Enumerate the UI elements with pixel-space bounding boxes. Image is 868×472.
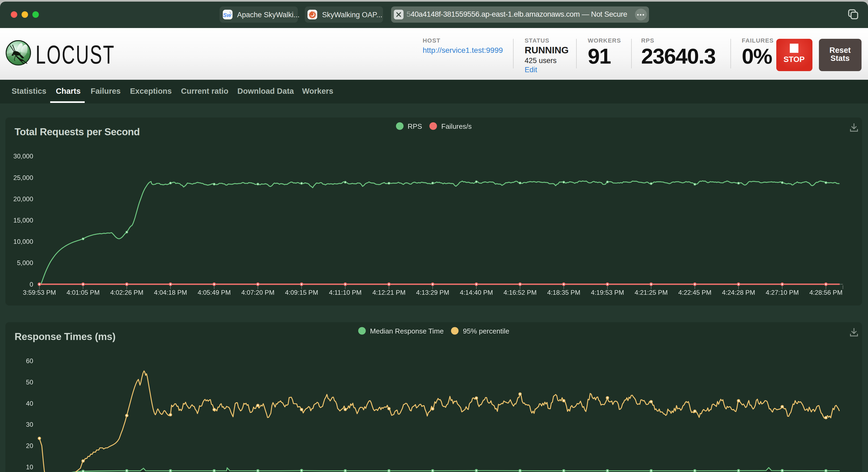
svg-text:4:12:21 PM: 4:12:21 PM bbox=[372, 289, 406, 296]
svg-text:0: 0 bbox=[30, 281, 33, 288]
svg-text:4:27:10 PM: 4:27:10 PM bbox=[766, 289, 799, 296]
svg-text:4:01:05 PM: 4:01:05 PM bbox=[67, 289, 100, 296]
svg-text:30,000: 30,000 bbox=[13, 153, 33, 160]
svg-text:4:07:20 PM: 4:07:20 PM bbox=[241, 289, 275, 296]
svg-text:4:28:56 PM: 4:28:56 PM bbox=[809, 289, 843, 296]
svg-text:40: 40 bbox=[26, 400, 33, 407]
svg-text:4:22:45 PM: 4:22:45 PM bbox=[678, 289, 712, 296]
svg-text:4:21:25 PM: 4:21:25 PM bbox=[635, 289, 668, 296]
svg-text:60: 60 bbox=[26, 357, 33, 365]
svg-text:25,000: 25,000 bbox=[13, 174, 33, 181]
svg-text:4:19:53 PM: 4:19:53 PM bbox=[591, 289, 624, 296]
svg-text:15,000: 15,000 bbox=[13, 216, 33, 224]
svg-text:10: 10 bbox=[26, 463, 33, 471]
svg-text:4:11:10 PM: 4:11:10 PM bbox=[329, 289, 362, 296]
svg-text:4:04:18 PM: 4:04:18 PM bbox=[154, 289, 187, 296]
svg-text:5,000: 5,000 bbox=[17, 259, 33, 266]
svg-text:20: 20 bbox=[26, 442, 33, 449]
svg-text:4:13:29 PM: 4:13:29 PM bbox=[416, 289, 450, 296]
svg-text:4:02:26 PM: 4:02:26 PM bbox=[110, 289, 144, 296]
svg-text:4:14:40 PM: 4:14:40 PM bbox=[460, 289, 493, 296]
svg-text:10,000: 10,000 bbox=[13, 238, 33, 245]
svg-text:3:59:53 PM: 3:59:53 PM bbox=[23, 289, 56, 296]
svg-text:50: 50 bbox=[26, 378, 33, 386]
svg-text:4:09:15 PM: 4:09:15 PM bbox=[285, 289, 318, 296]
svg-text:4:24:28 PM: 4:24:28 PM bbox=[722, 289, 755, 296]
svg-text:Sw: Sw bbox=[223, 12, 231, 18]
svg-text:30: 30 bbox=[26, 421, 33, 428]
svg-text:20,000: 20,000 bbox=[13, 195, 33, 203]
svg-text:4:05:49 PM: 4:05:49 PM bbox=[198, 289, 231, 296]
svg-text:4:16:52 PM: 4:16:52 PM bbox=[504, 289, 537, 296]
svg-text:4:18:35 PM: 4:18:35 PM bbox=[547, 289, 581, 296]
